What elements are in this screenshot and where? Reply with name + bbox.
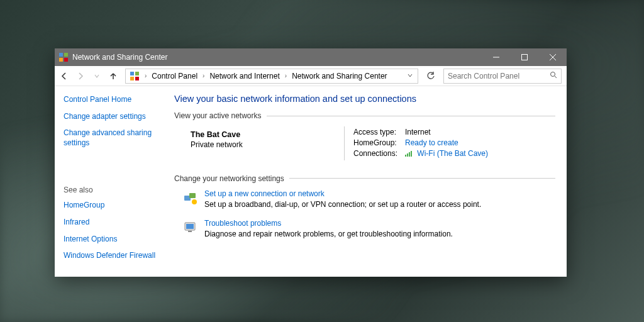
connections-label: Connections: [353, 149, 405, 158]
svg-rect-0 [59, 53, 63, 57]
maximize-button[interactable] [510, 48, 538, 66]
svg-rect-5 [521, 55, 527, 60]
search-icon [550, 71, 557, 80]
troubleshoot-icon [183, 220, 198, 235]
window-title: Network and Sharing Center [72, 53, 167, 62]
homegroup-label: HomeGroup: [353, 138, 405, 147]
svg-rect-17 [411, 151, 412, 157]
recent-dropdown[interactable] [92, 72, 101, 80]
change-settings-label: Change your networking settings [174, 174, 555, 183]
see-also-label: See also [64, 186, 165, 194]
connection-name: Wi-Fi (The Bat Cave) [417, 149, 488, 158]
svg-rect-19 [189, 193, 196, 198]
svg-point-20 [192, 199, 197, 204]
minimize-button[interactable] [482, 48, 510, 66]
chevron-right-icon: › [285, 72, 287, 79]
svg-rect-2 [59, 58, 63, 62]
access-type-value: Internet [405, 128, 431, 136]
sidebar-link-adapter[interactable]: Change adapter settings [64, 112, 165, 122]
breadcrumb-item[interactable]: Control Panel [150, 72, 199, 80]
access-type-label: Access type: [353, 128, 405, 136]
svg-rect-3 [64, 58, 68, 62]
search-box[interactable] [443, 69, 562, 84]
see-also-homegroup[interactable]: HomeGroup [64, 201, 165, 211]
network-sharing-icon [58, 52, 69, 62]
breadcrumb[interactable]: › Control Panel › Network and Internet ›… [125, 69, 418, 84]
troubleshoot-link[interactable]: Troubleshoot problems [204, 219, 453, 228]
setting-troubleshoot: Troubleshoot problems Diagnose and repai… [183, 219, 555, 238]
control-panel-window: Network and Sharing Center › Control Pan… [55, 48, 567, 277]
up-button[interactable] [109, 72, 118, 80]
refresh-button[interactable] [423, 69, 438, 84]
chevron-right-icon: › [203, 72, 204, 79]
svg-rect-10 [130, 77, 134, 80]
search-input[interactable] [448, 72, 550, 80]
svg-rect-16 [409, 152, 410, 157]
titlebar[interactable]: Network and Sharing Center [55, 48, 567, 66]
troubleshoot-desc: Diagnose and repair network problems, or… [204, 230, 453, 238]
sidebar: Control Panel Home Change adapter settin… [55, 86, 174, 277]
svg-point-12 [551, 72, 555, 77]
page-heading: View your basic network information and … [174, 94, 555, 104]
see-also-internet-options[interactable]: Internet Options [64, 235, 165, 245]
breadcrumb-item[interactable]: Network and Sharing Center [291, 72, 388, 80]
close-button[interactable] [538, 48, 567, 66]
wifi-signal-icon [405, 150, 414, 158]
sidebar-link-sharing[interactable]: Change advanced sharing settings [64, 128, 165, 148]
connection-link[interactable]: Wi-Fi (The Bat Cave) [405, 149, 488, 158]
back-button[interactable] [60, 72, 69, 80]
active-networks-label: View your active networks [174, 111, 555, 120]
network-type: Private network [191, 140, 344, 149]
forward-button[interactable] [76, 72, 85, 80]
sidebar-link-home[interactable]: Control Panel Home [64, 95, 165, 105]
svg-rect-8 [130, 72, 134, 75]
setup-connection-link[interactable]: Set up a new connection or network [204, 189, 481, 198]
network-name: The Bat Cave [191, 130, 344, 139]
svg-rect-22 [186, 224, 194, 229]
svg-rect-9 [135, 72, 139, 75]
network-sharing-icon [130, 71, 140, 81]
see-also-firewall[interactable]: Windows Defender Firewall [64, 251, 165, 261]
homegroup-link[interactable]: Ready to create [405, 138, 458, 147]
navbar: › Control Panel › Network and Internet ›… [55, 66, 567, 86]
setup-connection-icon [183, 191, 198, 206]
svg-rect-11 [135, 77, 139, 80]
breadcrumb-dropdown[interactable] [405, 72, 415, 79]
svg-rect-23 [188, 231, 192, 232]
svg-rect-14 [405, 155, 406, 157]
svg-rect-1 [64, 53, 68, 57]
svg-line-13 [555, 76, 557, 78]
breadcrumb-item[interactable]: Network and Internet [208, 72, 280, 80]
svg-rect-15 [407, 153, 408, 157]
chevron-right-icon: › [145, 72, 147, 79]
main-content: View your basic network information and … [174, 86, 567, 277]
setup-connection-desc: Set up a broadband, dial-up, or VPN conn… [204, 200, 481, 209]
setting-setup-connection: Set up a new connection or network Set u… [183, 189, 555, 209]
see-also-infrared[interactable]: Infrared [64, 218, 165, 228]
group-text: View your active networks [174, 111, 262, 120]
group-text: Change your networking settings [174, 174, 284, 183]
